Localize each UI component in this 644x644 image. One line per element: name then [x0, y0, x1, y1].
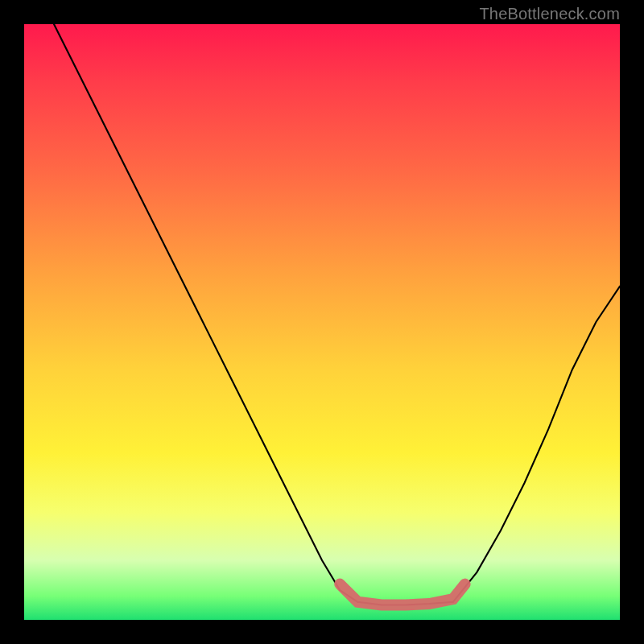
left-curve — [54, 24, 357, 602]
curve-layer — [24, 24, 620, 620]
watermark-text: TheBottleneck.com — [479, 5, 620, 23]
chart-frame: TheBottleneck.com — [0, 0, 644, 644]
highlight-sweet-spot — [340, 584, 464, 605]
right-curve — [453, 287, 620, 602]
plot-area — [24, 24, 620, 620]
